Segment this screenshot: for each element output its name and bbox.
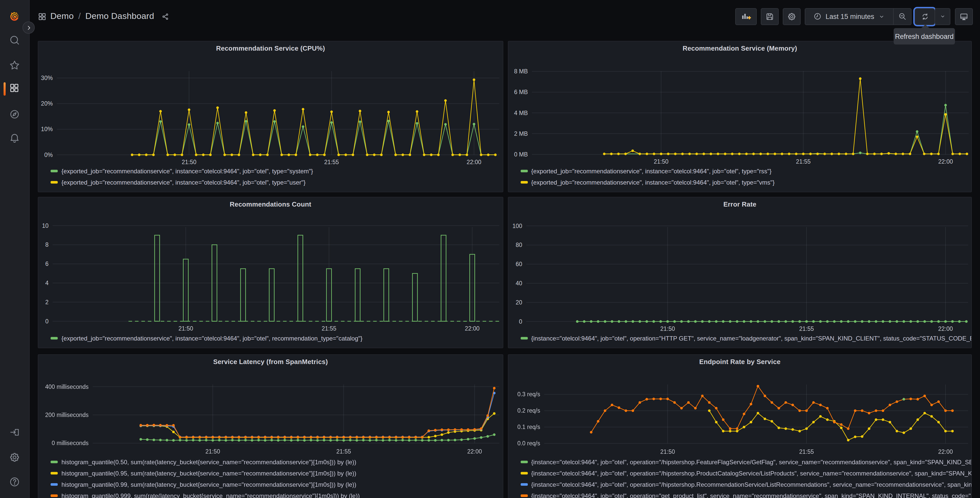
svg-text:20%: 20% [41, 101, 53, 107]
svg-text:40: 40 [515, 280, 522, 287]
svg-text:21:50: 21:50 [178, 325, 193, 332]
svg-text:0.2 req/s: 0.2 req/s [517, 407, 540, 414]
svg-text:400 milliseconds: 400 milliseconds [45, 383, 89, 390]
svg-text:4: 4 [46, 280, 49, 286]
svg-text:0 MB: 0 MB [514, 151, 528, 158]
svg-text:21:50: 21:50 [660, 449, 675, 455]
svg-text:22:00: 22:00 [938, 326, 953, 332]
svg-text:0%: 0% [45, 152, 53, 158]
svg-text:200 milliseconds: 200 milliseconds [45, 412, 89, 418]
svg-text:21:55: 21:55 [325, 159, 339, 165]
svg-text:22:00: 22:00 [467, 159, 482, 165]
svg-text:22:00: 22:00 [938, 449, 953, 455]
svg-text:20: 20 [515, 299, 522, 306]
svg-text:21:50: 21:50 [654, 158, 668, 165]
svg-text:21:55: 21:55 [799, 326, 814, 332]
svg-text:21:50: 21:50 [206, 449, 221, 455]
svg-text:21:50: 21:50 [660, 326, 675, 332]
svg-text:0: 0 [519, 318, 522, 325]
svg-text:30%: 30% [41, 75, 53, 81]
svg-text:60: 60 [515, 261, 522, 268]
svg-text:0.0 req/s: 0.0 req/s [517, 440, 540, 447]
svg-text:6: 6 [46, 261, 49, 267]
svg-text:2 MB: 2 MB [514, 130, 528, 137]
svg-text:0: 0 [46, 318, 49, 325]
svg-text:0.1 req/s: 0.1 req/s [517, 424, 540, 431]
svg-text:8: 8 [46, 242, 49, 248]
svg-text:100: 100 [512, 223, 522, 229]
svg-text:21:55: 21:55 [796, 158, 811, 165]
svg-text:21:55: 21:55 [322, 325, 337, 332]
svg-text:10%: 10% [41, 126, 53, 132]
svg-text:0.3 req/s: 0.3 req/s [517, 391, 540, 398]
svg-text:80: 80 [515, 242, 522, 249]
svg-text:21:50: 21:50 [182, 159, 197, 165]
svg-text:10: 10 [42, 222, 49, 229]
svg-text:6 MB: 6 MB [514, 89, 528, 96]
svg-text:22:00: 22:00 [465, 325, 480, 332]
svg-text:0 milliseconds: 0 milliseconds [52, 440, 89, 447]
svg-text:8 MB: 8 MB [514, 68, 528, 75]
svg-text:2: 2 [46, 299, 49, 305]
svg-text:21:55: 21:55 [336, 449, 351, 455]
svg-text:21:55: 21:55 [799, 449, 814, 455]
svg-text:22:00: 22:00 [938, 158, 953, 165]
svg-text:22:00: 22:00 [468, 449, 482, 455]
svg-text:4 MB: 4 MB [514, 110, 528, 117]
